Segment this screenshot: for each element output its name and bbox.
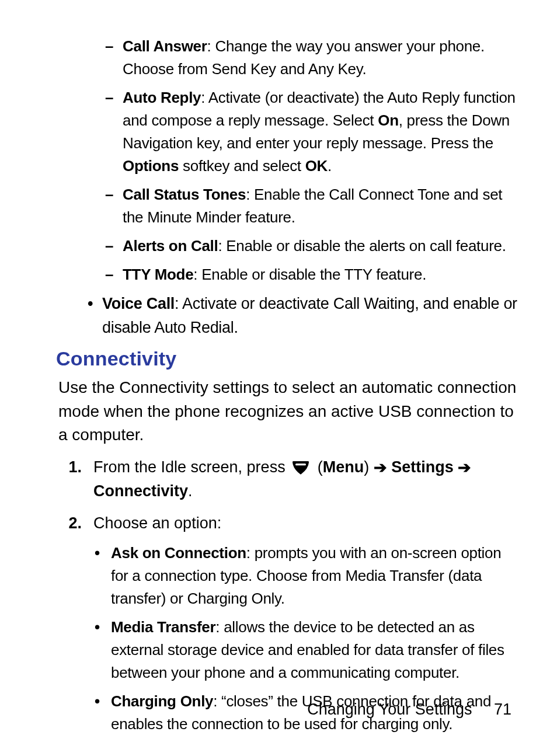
item-text: softkey and select: [179, 157, 305, 175]
item-text: .: [328, 157, 332, 175]
step-text: Choose an option:: [93, 514, 221, 532]
item-text: On: [378, 112, 399, 129]
item-label: Charging Only: [111, 692, 213, 710]
numbered-steps: From the Idle screen, press (Menu) ➔ Set…: [58, 455, 522, 736]
settings-label: Settings: [391, 458, 454, 476]
list-item: Call Answer: Change the way you answer y…: [105, 35, 522, 81]
chapter-title: Changing Your Settings: [307, 701, 472, 718]
item-label: Media Transfer: [111, 618, 215, 636]
item-text: : Enable or disable the alerts on call f…: [218, 237, 506, 255]
item-label: Alerts on Call: [123, 237, 218, 255]
item-text: : Enable or disable the TTY feature.: [193, 266, 426, 283]
svg-rect-0: [295, 464, 306, 465]
arrow-icon: ➔: [374, 456, 387, 480]
list-item: Alerts on Call: Enable or disable the al…: [105, 235, 522, 257]
item-label: Voice Call: [102, 295, 175, 312]
step-1: From the Idle screen, press (Menu) ➔ Set…: [58, 455, 522, 503]
page-number: 71: [494, 701, 511, 719]
menu-label: Menu: [323, 458, 364, 476]
section-heading-connectivity: Connectivity: [56, 347, 522, 370]
item-label: TTY Mode: [123, 266, 193, 283]
dash-sublist: Call Answer: Change the way you answer y…: [58, 35, 522, 286]
item-label: Auto Reply: [123, 89, 201, 106]
list-item: Media Transfer: allows the device to be …: [95, 616, 522, 684]
intro-paragraph: Use the Connectivity settings to select …: [58, 376, 522, 447]
list-item: Ask on Connection: prompts you with an o…: [95, 542, 522, 610]
manual-page: Call Answer: Change the way you answer y…: [0, 0, 557, 756]
item-label: Call Status Tones: [123, 186, 246, 203]
list-item: TTY Mode: Enable or disable the TTY feat…: [105, 263, 522, 286]
list-item: Call Status Tones: Enable the Call Conne…: [105, 183, 522, 229]
list-item: Auto Reply: Activate (or deactivate) the…: [105, 86, 522, 177]
item-text: Options: [123, 157, 179, 175]
arrow-icon: ➔: [458, 456, 471, 480]
item-text: OK: [305, 157, 328, 175]
list-item: Voice Call: Activate or deactivate Call …: [88, 292, 522, 339]
paren-open: (: [313, 458, 323, 476]
item-label: Ask on Connection: [111, 544, 246, 562]
item-label: Call Answer: [123, 37, 207, 55]
connectivity-label: Connectivity: [93, 482, 188, 500]
step-text: From the Idle screen, press: [93, 458, 290, 476]
page-footer: Changing Your Settings 71: [307, 701, 511, 719]
after-menu: ): [364, 458, 374, 476]
period: .: [188, 482, 193, 500]
voice-call-list: Voice Call: Activate or deactivate Call …: [58, 292, 522, 339]
menu-key-icon: [292, 458, 309, 472]
